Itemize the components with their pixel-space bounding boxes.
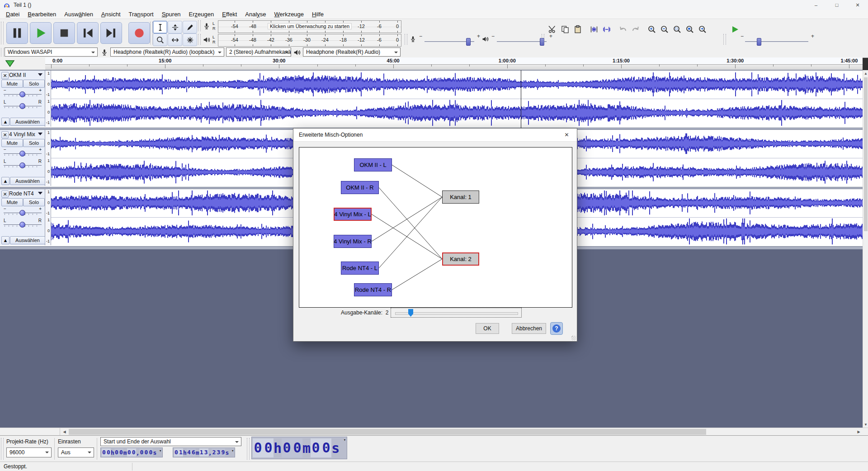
channel-box[interactable]: Kanal: 1 — [442, 190, 479, 204]
pan-slider[interactable]: LR — [4, 159, 42, 169]
waveform-area[interactable] — [51, 71, 863, 127]
toolbar-grip[interactable] — [1, 48, 4, 57]
source-box[interactable]: Rode NT4 - R — [354, 283, 392, 296]
collapse-track-button[interactable]: ▲ — [1, 118, 9, 126]
select-track-button[interactable]: Auswählen — [10, 118, 45, 126]
toolbar-grip[interactable] — [405, 34, 407, 45]
vertical-scale[interactable]: 10-110-1 — [45, 189, 51, 245]
track-close-button[interactable]: ✕ — [1, 72, 9, 79]
waveform-channel[interactable] — [51, 71, 863, 98]
selection-mode-select[interactable]: Start und Ende der Auswahl — [100, 437, 241, 446]
toolbar-grip[interactable] — [723, 34, 726, 45]
horizontal-scrollbar[interactable]: ◀ ▶ — [0, 428, 868, 436]
envelope-tool-button[interactable] — [168, 21, 182, 33]
field-format-caret-icon[interactable]: ▾ — [231, 448, 234, 453]
source-box[interactable]: Rode NT4 - L — [341, 262, 379, 275]
gain-slider[interactable]: −+ — [4, 147, 42, 157]
gain-slider[interactable]: −+ — [4, 88, 42, 98]
dialog-title-bar[interactable]: Erweiterte Misch-Optionen ✕ — [293, 128, 577, 142]
source-box[interactable]: 4 Vinyl Mix - L — [334, 208, 372, 221]
gain-slider-thumb[interactable] — [19, 91, 25, 97]
timeline-ruler[interactable]: 0:0015:0030:0045:001:00:001:15:001:30:00… — [45, 57, 863, 70]
select-track-button[interactable]: Auswählen — [10, 236, 45, 244]
zoom-in-button[interactable] — [646, 24, 658, 35]
multi-tool-button[interactable] — [183, 33, 197, 46]
zoom-toggle-button[interactable] — [696, 24, 709, 35]
menu-datei[interactable]: Datei — [2, 10, 24, 19]
playback-volume-slider[interactable] — [497, 41, 547, 43]
scroll-left-arrow[interactable]: ◀ — [61, 428, 68, 436]
trim-audio-button[interactable] — [588, 24, 600, 35]
toolbar-grip[interactable] — [198, 34, 201, 45]
track-name[interactable]: Rode NT4 — [9, 190, 34, 197]
source-box[interactable]: OKM II - R — [341, 181, 379, 194]
track-menu-caret-icon[interactable] — [38, 192, 42, 195]
pan-slider[interactable]: LR — [4, 100, 42, 109]
speaker-icon[interactable] — [203, 36, 211, 44]
toolbar-grip[interactable] — [198, 20, 201, 31]
scrub-bar[interactable] — [45, 64, 863, 70]
source-box[interactable]: 4 Vinyl Mix - R — [334, 235, 372, 248]
pan-slider-thumb[interactable] — [19, 222, 25, 228]
track-name[interactable]: OKM II — [9, 72, 26, 78]
pan-slider-thumb[interactable] — [19, 162, 25, 168]
menu-auswählen[interactable]: Auswählen — [60, 10, 97, 19]
cancel-button[interactable]: Abbrechen — [512, 323, 546, 334]
selection-end-field[interactable]: 01h46m13,239s▾ — [173, 447, 235, 457]
pause-button[interactable] — [6, 22, 28, 44]
menu-ansicht[interactable]: Ansicht — [97, 10, 125, 19]
horizontal-scroll-thumb[interactable] — [69, 429, 706, 435]
mixing-diagram-canvas[interactable]: OKM II - LOKM II - R4 Vinyl Mix - L4 Vin… — [299, 147, 572, 308]
pan-slider[interactable]: LR — [4, 218, 42, 228]
mute-button[interactable]: Mute — [1, 80, 23, 88]
recording-meter[interactable]: -54-48-12-60Klicken um Überwachung zu st… — [218, 20, 401, 33]
skip-to-start-button[interactable] — [77, 22, 99, 44]
track-menu-caret-icon[interactable] — [38, 73, 42, 76]
copy-button[interactable] — [559, 24, 571, 35]
undo-button[interactable] — [617, 24, 629, 35]
vertical-scroll-thumb[interactable] — [864, 77, 868, 231]
slider-thumb[interactable] — [408, 309, 413, 317]
cut-button[interactable] — [546, 24, 559, 35]
ok-button[interactable]: OK — [476, 323, 499, 334]
vertical-scrollbar[interactable]: ▲ ▼ — [863, 70, 868, 428]
field-format-caret-icon[interactable]: ▾ — [344, 438, 346, 442]
gain-slider[interactable]: −+ — [4, 206, 42, 216]
field-format-caret-icon[interactable]: ▾ — [159, 448, 161, 453]
help-button[interactable]: ? — [550, 322, 563, 335]
menu-analyse[interactable]: Analyse — [241, 10, 270, 19]
waveform-channel[interactable] — [51, 99, 863, 127]
redo-button[interactable] — [629, 24, 642, 35]
project-rate-select[interactable]: 96000 — [6, 447, 52, 457]
gain-slider-thumb[interactable] — [19, 210, 25, 216]
snap-select[interactable]: Aus — [58, 447, 94, 457]
pan-slider-thumb[interactable] — [19, 103, 25, 109]
monitor-prompt[interactable]: Klicken um Überwachung zu starten — [268, 23, 352, 29]
microphone-icon[interactable] — [203, 22, 211, 30]
playback-device-select[interactable]: Headphone (Realtek(R) Audio) — [303, 48, 401, 57]
solo-button[interactable]: Solo — [23, 139, 45, 147]
playback-speed-slider[interactable] — [745, 41, 808, 43]
playback-meter[interactable]: -54-48-42-36-30-24-18-12-60 — [218, 34, 401, 47]
menu-effekt[interactable]: Effekt — [218, 10, 241, 19]
menu-erzeugen[interactable]: Erzeugen — [185, 10, 218, 19]
menu-spuren[interactable]: Spuren — [158, 10, 185, 19]
time-shift-tool-button[interactable] — [168, 33, 182, 46]
track-menu-caret-icon[interactable] — [38, 133, 42, 135]
scroll-up-arrow[interactable]: ▲ — [863, 70, 868, 76]
vertical-scale[interactable]: 10-110-1 — [45, 130, 51, 186]
track-name[interactable]: 4 Vinyl Mix — [9, 131, 35, 138]
toolbar-grip[interactable] — [542, 34, 544, 45]
zoom-to-selection-button[interactable] — [671, 24, 684, 35]
timeline-options-pin-icon[interactable] — [5, 59, 15, 68]
minimize-button[interactable]: – — [806, 0, 826, 10]
menu-transport[interactable]: Transport — [125, 10, 158, 19]
recording-channels-select[interactable]: 2 (Stereo) Aufnahmekanäle — [226, 48, 291, 57]
collapse-track-button[interactable]: ▲ — [1, 177, 9, 185]
collapse-track-button[interactable]: ▲ — [1, 236, 9, 244]
skip-to-end-button[interactable] — [100, 22, 122, 44]
select-track-button[interactable]: Auswählen — [10, 177, 45, 185]
stop-button[interactable] — [53, 22, 75, 44]
paste-button[interactable] — [571, 24, 584, 35]
selection-tool-button[interactable] — [153, 21, 167, 33]
